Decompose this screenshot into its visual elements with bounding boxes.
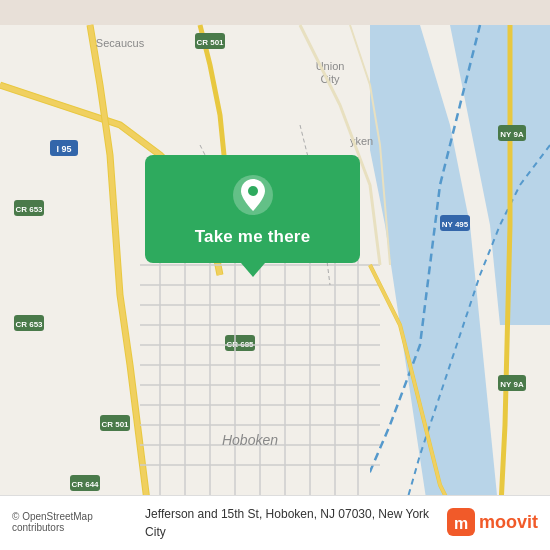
take-me-there-button[interactable]: Take me there: [195, 227, 311, 247]
map-background: I 95 CR 501 CR 501 CR 653 CR 653 CR 644 …: [0, 0, 550, 550]
svg-text:Hoboken: Hoboken: [222, 432, 278, 448]
svg-text:CR 644: CR 644: [71, 480, 99, 489]
navigation-card[interactable]: Take me there: [145, 155, 360, 263]
svg-text:CR 653: CR 653: [15, 205, 43, 214]
svg-text:NY 9A: NY 9A: [500, 130, 524, 139]
bottom-left-section: © OpenStreetMap contributors: [12, 511, 145, 533]
map-container: I 95 CR 501 CR 501 CR 653 CR 653 CR 644 …: [0, 0, 550, 550]
moovit-label: moovit: [479, 512, 538, 533]
svg-text:NY 9A: NY 9A: [500, 380, 524, 389]
osm-attribution: © OpenStreetMap contributors: [12, 511, 145, 533]
svg-text:I 95: I 95: [56, 144, 71, 154]
svg-text:CR 501: CR 501: [101, 420, 129, 429]
svg-text:CR 653: CR 653: [15, 320, 43, 329]
location-pin-icon: [231, 173, 275, 217]
svg-point-49: [248, 186, 258, 196]
address-section: Jefferson and 15th St, Hoboken, NJ 07030…: [145, 504, 447, 540]
moovit-logo: m moovit: [447, 508, 538, 536]
svg-text:CR 501: CR 501: [196, 38, 224, 47]
svg-text:m: m: [454, 515, 468, 532]
svg-text:NY 495: NY 495: [442, 220, 469, 229]
svg-text:Secaucus: Secaucus: [96, 37, 145, 49]
address-text: Jefferson and 15th St, Hoboken, NJ 07030…: [145, 507, 429, 539]
moovit-logo-icon: m: [447, 508, 475, 536]
bottom-bar: © OpenStreetMap contributors Jefferson a…: [0, 495, 550, 550]
